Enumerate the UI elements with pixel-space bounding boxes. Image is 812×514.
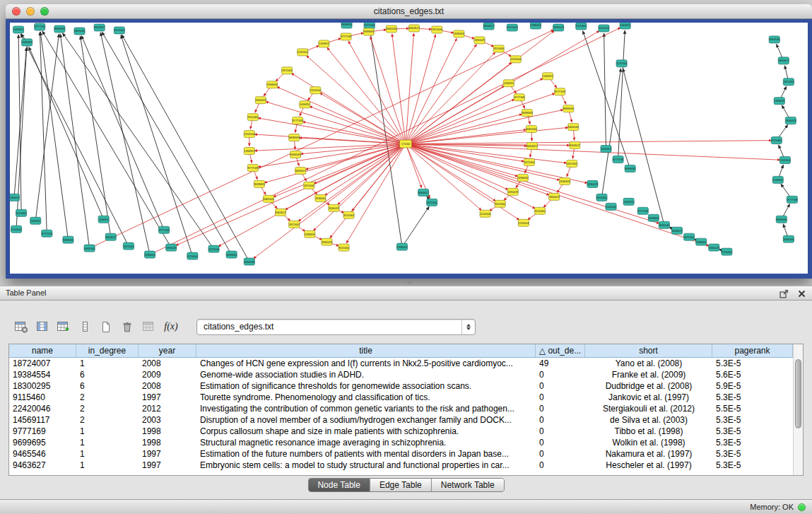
- graph-node[interactable]: 9465546: [659, 221, 669, 228]
- graph-node[interactable]: 1872400: [427, 199, 437, 206]
- graph-node[interactable]: 1456911: [623, 198, 634, 205]
- table-row[interactable]: 946554611997Estimation of the future num…: [9, 448, 793, 460]
- graph-node[interactable]: 2242004: [510, 56, 521, 63]
- cell-pagerank[interactable]: 5.5E-5: [712, 403, 793, 414]
- cell-out_degree[interactable]: 0: [536, 426, 585, 437]
- cell-title[interactable]: Structural magnetic resonance image aver…: [196, 437, 536, 448]
- graph-node[interactable]: 1456911: [244, 148, 254, 155]
- graph-node[interactable]: 2242004: [310, 87, 321, 94]
- cell-short[interactable]: Dudbridge et al. (2008): [585, 380, 712, 392]
- graph-node[interactable]: 1872400: [289, 221, 300, 228]
- column-header-short[interactable]: short: [585, 344, 712, 357]
- graph-node[interactable]: 2242004: [616, 60, 627, 67]
- cell-pagerank[interactable]: 5.3E-5: [712, 392, 793, 403]
- graph-node[interactable]: 1456911: [543, 73, 553, 80]
- graph-node[interactable]: 9777169: [787, 196, 797, 203]
- cell-name[interactable]: 9699695: [9, 437, 76, 448]
- cell-out_degree[interactable]: 0: [536, 403, 585, 414]
- graph-node[interactable]: 1456911: [98, 216, 109, 223]
- cell-year[interactable]: 2008: [139, 358, 196, 369]
- graph-edge[interactable]: [16, 47, 27, 229]
- cell-title[interactable]: Corpus callosum shape and size in male p…: [196, 426, 536, 437]
- graph-node[interactable]: 9777169: [247, 164, 258, 171]
- graph-edge[interactable]: [42, 31, 171, 247]
- graph-node[interactable]: 9115460: [339, 244, 349, 251]
- create-column-button[interactable]: [96, 317, 116, 337]
- cell-short[interactable]: de Silva et al. (2003): [585, 414, 712, 426]
- graph-node[interactable]: 1830029: [785, 117, 796, 124]
- cell-short[interactable]: Franke et al. (2009): [585, 369, 712, 380]
- cell-short[interactable]: Wolkin et al. (1998): [585, 437, 712, 448]
- table-row[interactable]: 1938455462009Genome-wide association stu…: [9, 369, 793, 380]
- cell-year[interactable]: 1997: [139, 448, 196, 460]
- tab-edge-table[interactable]: Edge Table: [370, 479, 432, 491]
- graph-edge[interactable]: [35, 34, 59, 221]
- cell-in_degree[interactable]: 2: [76, 392, 139, 403]
- cell-short[interactable]: Nakamura et al. (1997): [585, 448, 712, 460]
- graph-node[interactable]: 1456911: [772, 176, 783, 183]
- table-row[interactable]: 2242004622012Investigating the contribut…: [9, 403, 793, 414]
- graph-edge[interactable]: [406, 144, 481, 211]
- graph-node[interactable]: 9115460: [596, 194, 607, 201]
- network-window[interactable]: citations_edges.txt 14569119777169969969…: [6, 4, 812, 279]
- cell-name[interactable]: 18300295: [9, 380, 76, 392]
- graph-node[interactable]: 9463627: [671, 227, 682, 234]
- graph-node[interactable]: 9777169: [613, 156, 623, 163]
- cell-name[interactable]: 18724007: [9, 358, 76, 369]
- graph-node[interactable]: 9699695: [563, 105, 574, 112]
- cell-title[interactable]: Estimation of the future numbers of pati…: [196, 448, 536, 460]
- graph-node[interactable]: 1938455: [266, 81, 277, 88]
- graph-edge[interactable]: [406, 144, 588, 183]
- graph-node[interactable]: 1938455: [22, 39, 33, 46]
- cell-in_degree[interactable]: 2: [76, 414, 139, 426]
- graph-node[interactable]: 1872400: [282, 67, 293, 74]
- graph-edge[interactable]: [306, 56, 406, 144]
- graph-node[interactable]: 1872400: [507, 24, 517, 31]
- graph-edge[interactable]: [406, 144, 549, 195]
- cell-pagerank[interactable]: 5.3E-5: [712, 437, 793, 448]
- graph-node[interactable]: 1872400: [567, 160, 577, 167]
- table-row[interactable]: 969969511998Structural magnetic resonanc…: [9, 437, 793, 448]
- cell-short[interactable]: Hescheler et al. (1997): [585, 460, 712, 471]
- graph-node[interactable]: 1456911: [620, 23, 630, 29]
- cell-out_degree[interactable]: 0: [536, 448, 585, 460]
- cell-in_degree[interactable]: 2: [76, 403, 139, 414]
- graph-node[interactable]: 9465546: [84, 245, 95, 252]
- graph-node[interactable]: 2242004: [11, 226, 22, 233]
- graph-node[interactable]: 1830029: [322, 238, 332, 245]
- graph-node[interactable]: 1830029: [553, 24, 564, 31]
- graph-node[interactable]: 2242004: [244, 131, 254, 138]
- graph-node[interactable]: 9699695: [522, 110, 532, 117]
- table-row[interactable]: 946362711997Embryonic stem cells: a mode…: [9, 460, 793, 471]
- cell-pagerank[interactable]: 5.9E-5: [712, 380, 793, 392]
- cell-pagerank[interactable]: 5.3E-5: [712, 414, 793, 426]
- cell-year[interactable]: 1997: [139, 392, 196, 403]
- graph-edge[interactable]: [406, 144, 518, 177]
- graph-edge[interactable]: [29, 47, 104, 219]
- cell-name[interactable]: 9115460: [9, 392, 76, 403]
- graph-edge[interactable]: [406, 99, 514, 144]
- cell-title[interactable]: Tourette syndrome. Phenomenology and cla…: [196, 392, 536, 403]
- graph-node[interactable]: 1830029: [329, 204, 339, 211]
- column-header-name[interactable]: name: [9, 344, 76, 357]
- delete-column-button[interactable]: [117, 317, 137, 337]
- network-graph[interactable]: 1456911977716996996959465546946362718724…: [10, 23, 808, 274]
- import-table-button[interactable]: [139, 317, 158, 337]
- graph-node[interactable]: 1456911: [601, 146, 611, 153]
- cell-pagerank[interactable]: 5.6E-5: [712, 369, 793, 380]
- graph-node[interactable]: 1938455: [315, 194, 326, 201]
- graph-node[interactable]: 9777169: [341, 33, 351, 40]
- column-header-pagerank[interactable]: pagerank: [712, 344, 793, 357]
- graph-node[interactable]: 9463627: [778, 57, 789, 64]
- graph-node[interactable]: 1872400: [432, 26, 442, 33]
- graph-node[interactable]: 9465546: [263, 195, 273, 202]
- graph-node[interactable]: 9115460: [771, 137, 782, 144]
- graph-node[interactable]: 9699695: [289, 134, 300, 141]
- cell-pagerank[interactable]: 5.3E-5: [712, 448, 793, 460]
- graph-node[interactable]: 9115460: [16, 209, 27, 216]
- cell-short[interactable]: Jankovic et al. (1997): [585, 392, 712, 403]
- graph-edge[interactable]: [406, 38, 457, 144]
- graph-node[interactable]: 1872400: [783, 78, 794, 86]
- graph-edge[interactable]: [618, 30, 625, 159]
- cell-in_degree[interactable]: 1: [76, 437, 139, 448]
